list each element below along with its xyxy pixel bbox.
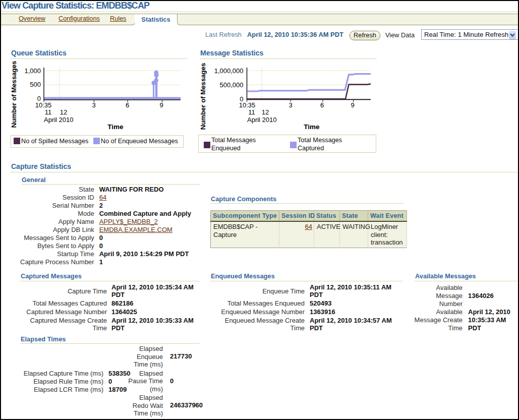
svg-text:12: 12 (60, 108, 67, 116)
svg-text:10:35: 10:35 (35, 101, 52, 109)
svg-text:1,000,000: 1,000,000 (214, 67, 244, 75)
svg-text:3: 3 (289, 101, 292, 109)
svg-text:12: 12 (262, 108, 269, 116)
svg-text:Time: Time (107, 123, 124, 131)
svg-text:6: 6 (320, 101, 324, 109)
svg-text:500: 500 (30, 81, 41, 88)
svg-text:9: 9 (351, 101, 354, 109)
svg-text:11: 11 (248, 108, 255, 116)
svg-text:Time: Time (304, 123, 320, 131)
svg-text:Number of Messages: Number of Messages (199, 63, 207, 130)
svg-text:April 2010: April 2010 (247, 116, 277, 124)
svg-text:11: 11 (45, 108, 52, 116)
svg-text:500,000: 500,000 (220, 81, 244, 89)
svg-text:Number of Messages: Number of Messages (10, 61, 18, 128)
svg-text:3: 3 (92, 101, 95, 109)
svg-text:April 2010: April 2010 (44, 116, 74, 124)
svg-text:6: 6 (126, 101, 129, 109)
svg-text:9: 9 (159, 101, 163, 109)
svg-text:10:35: 10:35 (239, 101, 256, 109)
svg-text:1,000: 1,000 (24, 67, 41, 75)
